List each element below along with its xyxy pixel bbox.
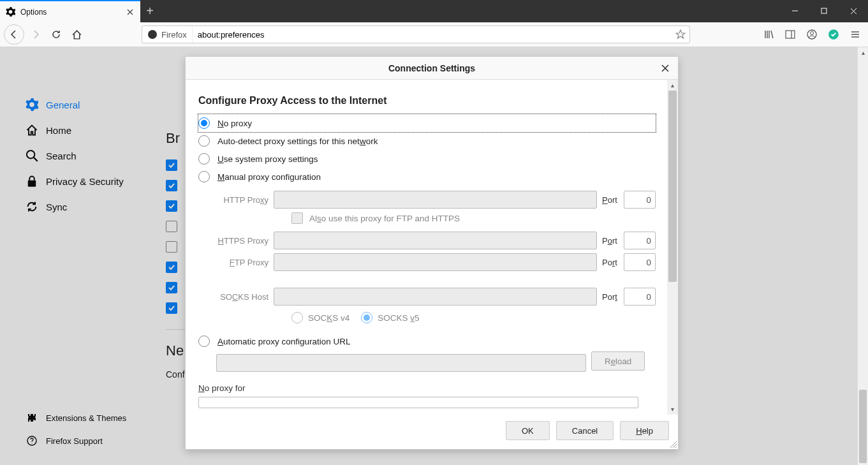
identity-label: Firefox	[161, 30, 187, 40]
radio-icon	[198, 117, 210, 129]
radio-label: Manual proxy configuration	[217, 172, 321, 182]
nav-toolbar: Firefox	[0, 22, 868, 47]
radio-auto-detect[interactable]: Auto-detect proxy settings for this netw…	[198, 132, 656, 150]
titlebar: Options +	[0, 0, 868, 22]
socks-host-label: SOCKS Host	[216, 292, 268, 302]
dialog-body: Configure Proxy Access to the Internet N…	[186, 80, 667, 415]
library-icon[interactable]	[760, 26, 777, 43]
browser-tab[interactable]: Options	[0, 0, 140, 22]
radio-icon	[361, 312, 372, 323]
radio-socks-v5[interactable]: SOCKS v5	[361, 312, 419, 323]
ok-button[interactable]: OK	[506, 421, 550, 440]
radio-label: No proxy	[217, 119, 252, 128]
svg-point-1	[148, 30, 157, 39]
dialog-heading: Configure Proxy Access to the Internet	[198, 95, 656, 107]
also-use-checkbox[interactable]	[291, 212, 303, 224]
no-proxy-for-input[interactable]	[198, 397, 638, 408]
forward-button[interactable]	[27, 26, 45, 43]
content-area: General Home Search Privacy & Security S…	[0, 47, 868, 465]
socks-host-input[interactable]	[274, 288, 597, 306]
url-input[interactable]	[193, 30, 672, 40]
http-port-input[interactable]	[624, 191, 656, 209]
ftp-port-input[interactable]	[624, 253, 656, 271]
dialog-scrollbar[interactable]: ▴ ▾	[667, 80, 678, 415]
maximize-button[interactable]	[809, 0, 839, 22]
port-label: Port	[602, 195, 619, 205]
tab-title: Options	[20, 8, 120, 17]
radio-label: SOCKS v5	[378, 313, 419, 323]
window-controls	[780, 0, 868, 22]
page-scrollbar[interactable]: ▴ ▾	[857, 47, 868, 465]
gear-icon	[5, 7, 15, 17]
https-port-input[interactable]	[624, 232, 656, 249]
firefox-icon	[147, 29, 158, 40]
port-label: Port	[602, 292, 619, 302]
new-tab-button[interactable]: +	[140, 0, 159, 22]
http-proxy-input[interactable]	[274, 191, 597, 209]
svg-rect-0	[821, 8, 827, 13]
ftp-proxy-input[interactable]	[274, 253, 597, 271]
radio-label: SOCKS v4	[308, 313, 349, 323]
account-icon[interactable]	[803, 26, 821, 43]
back-button[interactable]	[4, 24, 24, 45]
home-button[interactable]	[68, 26, 85, 43]
radio-socks-v4[interactable]: SOCKS v4	[291, 312, 349, 323]
radio-system-proxy[interactable]: Use system proxy settings	[198, 150, 656, 168]
dialog-title: Connection Settings	[388, 63, 475, 73]
connection-settings-dialog: Connection Settings Configure Proxy Acce…	[185, 56, 679, 450]
port-label: Port	[602, 258, 619, 267]
radio-icon	[198, 336, 210, 347]
pac-url-input[interactable]	[216, 354, 586, 372]
scroll-up-icon[interactable]: ▴	[667, 80, 678, 91]
scroll-up-icon[interactable]: ▴	[858, 47, 868, 58]
no-proxy-for-label: No proxy for	[198, 383, 656, 393]
radio-no-proxy[interactable]: No proxy	[198, 114, 656, 132]
cancel-button[interactable]: Cancel	[556, 421, 614, 440]
https-proxy-input[interactable]	[274, 232, 597, 249]
radio-auto-config-url[interactable]: Automatic proxy configuration URL	[198, 332, 656, 350]
radio-icon	[198, 171, 210, 182]
menu-icon[interactable]	[846, 26, 864, 43]
scrollbar-thumb[interactable]	[859, 390, 867, 463]
radio-icon	[198, 135, 210, 147]
radio-label: Use system proxy settings	[217, 154, 318, 164]
dialog-header: Connection Settings	[186, 57, 678, 80]
svg-point-5	[811, 32, 814, 35]
port-label: Port	[602, 236, 619, 246]
close-window-button[interactable]	[839, 0, 868, 22]
close-icon[interactable]	[125, 7, 135, 17]
radio-icon	[198, 153, 210, 165]
radio-label: Auto-detect proxy settings for this netw…	[217, 137, 378, 146]
dialog-footer: OK Cancel Help	[186, 415, 678, 449]
url-bar[interactable]: Firefox	[142, 26, 690, 43]
socks-port-input[interactable]	[624, 288, 656, 306]
extension-icon[interactable]	[825, 26, 842, 43]
sidebar-icon[interactable]	[781, 26, 799, 43]
help-button[interactable]: Help	[620, 421, 669, 440]
radio-icon	[291, 312, 303, 323]
minimize-button[interactable]	[780, 0, 809, 22]
identity-box[interactable]: Firefox	[142, 26, 193, 43]
scrollbar-thumb[interactable]	[668, 91, 677, 282]
manual-proxy-fields: HTTP Proxy Port Also use this proxy for …	[216, 191, 656, 323]
bookmark-star-icon[interactable]	[672, 29, 689, 40]
radio-label: Automatic proxy configuration URL	[217, 337, 351, 346]
reload-button[interactable]: Reload	[591, 351, 645, 371]
also-use-label: Also use this proxy for FTP and HTTPS	[309, 214, 460, 223]
scroll-down-icon[interactable]: ▾	[667, 404, 678, 415]
radio-manual-proxy[interactable]: Manual proxy configuration	[198, 168, 656, 186]
reload-button[interactable]	[47, 26, 65, 43]
close-icon[interactable]	[659, 62, 672, 75]
https-proxy-label: HTTPS Proxy	[216, 236, 268, 246]
ftp-proxy-label: FTP Proxy	[216, 258, 268, 267]
svg-rect-2	[786, 31, 795, 38]
http-proxy-label: HTTP Proxy	[216, 195, 268, 205]
resize-handle-icon[interactable]	[669, 440, 677, 448]
